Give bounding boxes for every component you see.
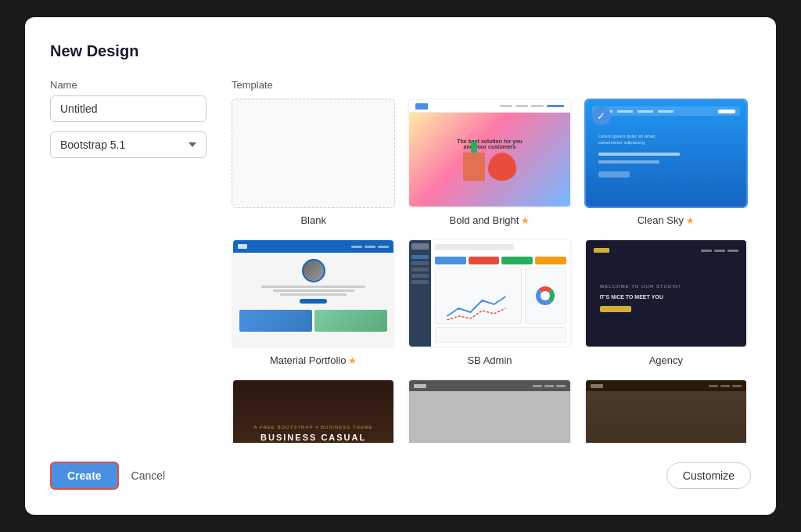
right-panel: Template ✓ Blank ✓ <box>232 79 751 443</box>
name-input[interactable] <box>50 95 207 122</box>
cancel-button[interactable]: Cancel <box>128 463 169 488</box>
template-item-bold-bright[interactable]: ✓ <box>408 99 571 226</box>
template-item-agency[interactable]: ✓ Welcome To Our S <box>584 239 748 366</box>
modal-body: Name Bootstrap 5.1 Bootstrap 4 Foundatio… <box>50 79 751 443</box>
donut-chart <box>536 286 555 305</box>
modal-footer: Create Cancel Customize <box>50 462 751 490</box>
template-thumb-brand-dark: ✓ <box>584 379 748 443</box>
template-name-sb-admin: SB Admin <box>467 354 512 366</box>
line-chart-svg <box>439 289 518 320</box>
bb-logo <box>415 103 428 110</box>
template-thumb-agency: ✓ Welcome To Our S <box>584 239 748 348</box>
name-label: Name <box>50 79 207 91</box>
template-item-business-casual[interactable]: ✓ A FREE BOOTSTRAP 4 BUSINESS THEME BUSI… <box>232 379 395 443</box>
star-icon-clean-sky: ★ <box>686 215 695 226</box>
footer-left: Create Cancel <box>50 462 168 490</box>
template-item-brand[interactable]: ✓ <box>408 379 571 443</box>
template-thumb-business-casual: ✓ A FREE BOOTSTRAP 4 BUSINESS THEME BUSI… <box>232 379 395 443</box>
templates-grid: ✓ Blank ✓ <box>232 99 751 443</box>
template-thumb-brand: ✓ <box>408 379 571 443</box>
template-item-brand-dark[interactable]: ✓ <box>584 379 748 443</box>
create-button[interactable]: Create <box>50 462 119 490</box>
template-name-clean-sky: Clean Sky★ <box>638 214 695 226</box>
template-name-agency: Agency <box>649 354 683 366</box>
template-item-blank[interactable]: ✓ Blank <box>232 99 395 226</box>
new-design-modal: New Design Name Bootstrap 5.1 Bootstrap … <box>25 17 776 515</box>
template-label: Template <box>232 79 751 91</box>
template-thumb-material-portfolio: ✓ <box>232 239 395 348</box>
template-thumb-blank: ✓ <box>232 99 395 208</box>
modal-title: New Design <box>50 42 751 60</box>
template-name-blank: Blank <box>300 214 326 226</box>
star-icon-material-portfolio: ★ <box>348 355 357 366</box>
template-item-clean-sky[interactable]: ✓ Lorem ipsum dolor sit amet,consectetur <box>584 99 748 226</box>
template-name-bold-bright: Bold and Bright★ <box>450 214 530 226</box>
template-item-sb-admin[interactable]: ✓ <box>408 239 571 366</box>
star-icon-bold-bright: ★ <box>521 215 530 226</box>
template-thumb-clean-sky: ✓ Lorem ipsum dolor sit amet,consectetur <box>584 99 748 208</box>
template-thumb-sb-admin: ✓ <box>408 239 571 348</box>
template-item-material-portfolio[interactable]: ✓ <box>232 239 395 366</box>
check-badge-clean-sky: ✓ <box>592 106 611 125</box>
left-panel: Name Bootstrap 5.1 Bootstrap 4 Foundatio… <box>50 79 207 443</box>
customize-button[interactable]: Customize <box>666 462 751 489</box>
template-name-material-portfolio: Material Portfolio★ <box>270 354 357 366</box>
template-thumb-bold-bright: ✓ <box>408 99 571 208</box>
framework-select[interactable]: Bootstrap 5.1 Bootstrap 4 Foundation 6 T… <box>50 131 207 158</box>
bb-nav <box>500 105 564 107</box>
